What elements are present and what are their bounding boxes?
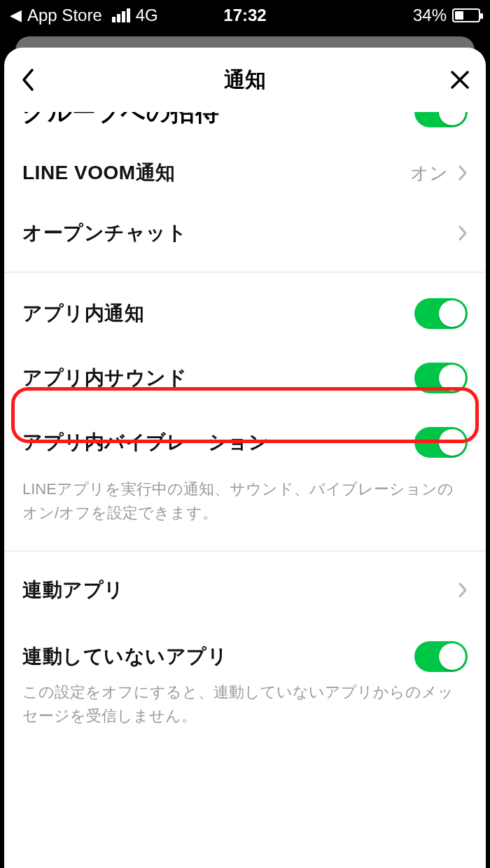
toggle-in-app-vibe[interactable] [414, 427, 468, 458]
settings-sheet: 通知 グループへの招待 LINE VOOM通知 オン [4, 48, 486, 868]
row-label: アプリ内サウンド [22, 365, 187, 391]
back-caret-icon[interactable]: ◀ [10, 6, 22, 24]
row-label: アプリ内通知 [22, 300, 144, 327]
chevron-right-icon [458, 164, 468, 181]
toggle-unlinked-apps[interactable] [414, 641, 468, 672]
close-button[interactable] [449, 69, 470, 90]
status-back-app[interactable]: App Store [27, 6, 102, 25]
row-label: オープンチャット [22, 220, 187, 246]
signal-icon [112, 8, 130, 22]
divider [4, 272, 486, 273]
battery-icon [452, 8, 480, 22]
status-right: 34% [413, 6, 480, 25]
divider [4, 550, 486, 552]
content[interactable]: グループへの招待 LINE VOOM通知 オン オープンチャット [4, 112, 486, 745]
status-battery-pct: 34% [413, 6, 447, 25]
row-in-app-vibe[interactable]: アプリ内バイブレーション [4, 410, 486, 475]
row-label: 連動していないアプリ [22, 643, 227, 670]
status-left: ◀ App Store 4G [10, 6, 158, 25]
in-app-description: LINEアプリを実行中の通知、サウンド、バイブレーションのオン/オフを設定できま… [4, 475, 486, 542]
row-label: グループへの招待 [22, 112, 219, 126]
row-line-voom[interactable]: LINE VOOM通知 オン [4, 143, 486, 203]
toggle-in-app-notif[interactable] [414, 298, 468, 329]
row-label: アプリ内バイブレーション [22, 429, 269, 456]
row-in-app-sound[interactable]: アプリ内サウンド [4, 346, 486, 410]
row-label: LINE VOOM通知 [22, 160, 176, 186]
row-in-app-notif[interactable]: アプリ内通知 [4, 281, 486, 346]
toggle-in-app-sound[interactable] [414, 363, 468, 393]
row-group-invite[interactable]: グループへの招待 [4, 112, 486, 143]
chevron-right-icon [458, 582, 468, 598]
chevron-left-icon [20, 67, 35, 92]
back-button[interactable] [20, 67, 35, 92]
page-title: 通知 [224, 66, 266, 94]
close-icon [449, 69, 470, 90]
chevron-right-icon [458, 225, 468, 241]
row-label: 連動アプリ [22, 577, 125, 603]
row-unlinked-apps[interactable]: 連動していないアプリ [4, 620, 486, 680]
row-linked-apps[interactable]: 連動アプリ [4, 560, 486, 620]
nav-bar: 通知 [4, 48, 486, 112]
row-value: オン [410, 161, 448, 186]
toggle-group-invite[interactable] [414, 112, 468, 127]
unlinked-description: この設定をオフにすると、連動していないアプリからのメッセージを受信しません。 [4, 680, 486, 745]
row-openchat[interactable]: オープンチャット [4, 203, 486, 263]
status-time: 17:32 [223, 6, 266, 25]
status-bar: ◀ App Store 4G 17:32 34% [0, 0, 490, 31]
status-network: 4G [136, 6, 158, 25]
